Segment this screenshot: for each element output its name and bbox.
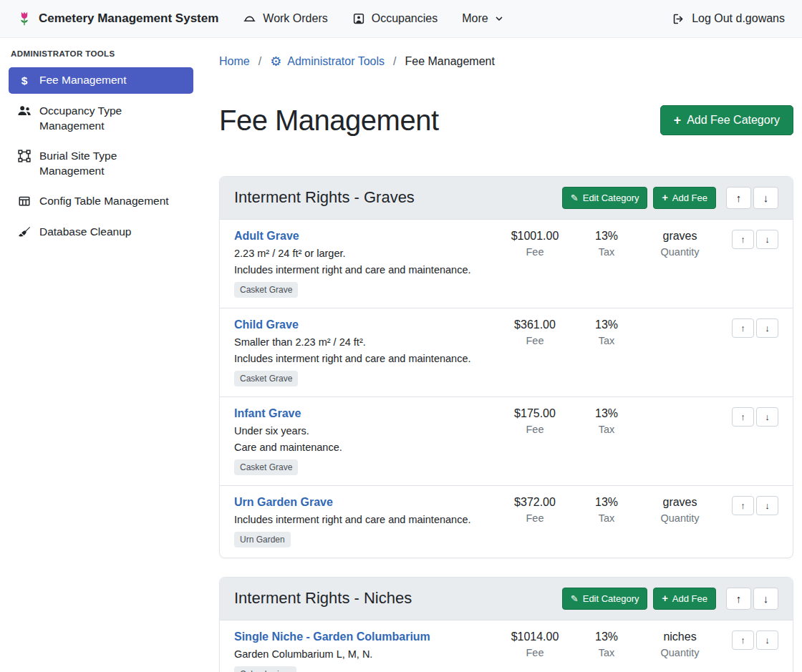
move-category-up-button[interactable]: ↑ bbox=[726, 187, 751, 209]
fee-amount-label: Fee bbox=[496, 647, 574, 658]
fee-name-link[interactable]: Urn Garden Grave bbox=[234, 496, 333, 508]
edit-category-label: Edit Category bbox=[583, 193, 639, 203]
sidebar-item-label: Database Cleanup bbox=[39, 225, 131, 239]
fee-description: Smaller than 2.23 m² / 24 ft². bbox=[234, 336, 496, 348]
move-fee-down-button[interactable]: ↓ bbox=[756, 230, 778, 249]
fee-amount-label: Fee bbox=[496, 246, 574, 258]
fee-row: Urn Garden Grave Includes interment righ… bbox=[220, 485, 793, 557]
move-category-down-button[interactable]: ↓ bbox=[753, 588, 778, 610]
fee-info: Infant Grave Under six years. Care and m… bbox=[234, 407, 496, 475]
category-actions: ✎ Edit Category + Add Fee ↑ ↓ bbox=[562, 588, 778, 610]
pencil-icon: ✎ bbox=[571, 594, 579, 603]
nav-more[interactable]: More bbox=[462, 12, 503, 25]
edit-category-button[interactable]: ✎ Edit Category bbox=[562, 588, 648, 610]
vector-square-icon bbox=[17, 150, 32, 162]
move-category-down-button[interactable]: ↓ bbox=[753, 187, 778, 209]
add-fee-label: Add Fee bbox=[672, 193, 707, 203]
sidebar-item-database-cleanup[interactable]: Database Cleanup bbox=[9, 219, 193, 245]
sidebar-item-burial-site-type-management[interactable]: Burial Site Type Management bbox=[9, 143, 193, 184]
nav-occupancies[interactable]: Occupancies bbox=[352, 12, 438, 25]
move-fee-down-button[interactable]: ↓ bbox=[756, 630, 778, 650]
move-fee-up-button[interactable]: ↑ bbox=[732, 230, 754, 249]
fee-description: Under six years. bbox=[234, 425, 496, 437]
sidebar-item-config-table-management[interactable]: Config Table Management bbox=[9, 188, 193, 214]
fee-reorder-group: ↑ ↓ bbox=[721, 318, 778, 338]
fee-info: Adult Grave 2.23 m² / 24 ft² or larger. … bbox=[234, 230, 496, 298]
fee-name-link[interactable]: Single Niche - Garden Columbarium bbox=[234, 630, 430, 643]
tax-column: 13% Tax bbox=[574, 318, 639, 346]
logout-link[interactable]: Log Out d.gowans bbox=[672, 12, 785, 26]
sidebar-item-label: Fee Management bbox=[39, 73, 127, 87]
sidebar-item-label: Config Table Management bbox=[39, 194, 169, 208]
table-icon bbox=[17, 195, 32, 208]
move-category-up-button[interactable]: ↑ bbox=[726, 588, 751, 610]
category-reorder-group: ↑ ↓ bbox=[726, 187, 778, 209]
fee-description: Includes interment right and care and ma… bbox=[234, 514, 496, 525]
fee-reorder-group: ↑ ↓ bbox=[721, 496, 778, 515]
fee-description: Care and maintenance. bbox=[234, 442, 496, 453]
quantity-column: niches Quantity bbox=[639, 630, 721, 658]
add-fee-category-label: Add Fee Category bbox=[687, 114, 780, 127]
edit-category-label: Edit Category bbox=[583, 593, 639, 604]
fee-description: Includes interment right and care and ma… bbox=[234, 264, 496, 276]
sidebar-item-occupancy-type-management[interactable]: Occupancy Type Management bbox=[9, 98, 193, 139]
breadcrumb-admin-tools-link[interactable]: ⚙ Administrator Tools bbox=[270, 55, 385, 68]
nav-more-label: More bbox=[462, 12, 488, 25]
logout-icon bbox=[672, 12, 685, 26]
move-fee-up-button[interactable]: ↑ bbox=[732, 318, 754, 338]
fee-description: Garden Columbarium L, M, N. bbox=[234, 648, 496, 660]
fee-name-link[interactable]: Infant Grave bbox=[234, 407, 301, 419]
quantity-value: graves bbox=[639, 230, 721, 243]
tax-value: 13% bbox=[574, 230, 639, 243]
fee-info: Child Grave Smaller than 2.23 m² / 24 ft… bbox=[234, 318, 496, 386]
arrow-down-icon: ↓ bbox=[765, 412, 770, 422]
add-fee-button[interactable]: + Add Fee bbox=[653, 588, 716, 610]
fee-row: Infant Grave Under six years. Care and m… bbox=[220, 396, 793, 485]
breadcrumb-home-link[interactable]: Home bbox=[219, 55, 250, 68]
tax-label: Tax bbox=[574, 335, 639, 346]
plus-icon: + bbox=[662, 193, 667, 203]
breadcrumb-separator: / bbox=[259, 55, 261, 68]
nav-work-orders[interactable]: Work Orders bbox=[243, 12, 327, 26]
person-frame-icon bbox=[352, 12, 365, 25]
fee-amount-label: Fee bbox=[496, 512, 574, 524]
move-fee-down-button[interactable]: ↓ bbox=[756, 407, 778, 427]
move-fee-up-button[interactable]: ↑ bbox=[732, 407, 754, 427]
arrow-up-icon: ↑ bbox=[740, 635, 745, 646]
category-card: Interment Rights - Graves ✎ Edit Categor… bbox=[219, 176, 793, 558]
arrow-up-icon: ↑ bbox=[736, 192, 742, 204]
move-fee-up-button[interactable]: ↑ bbox=[732, 496, 754, 515]
brand-label: Cemetery Management System bbox=[39, 11, 218, 26]
category-actions: ✎ Edit Category + Add Fee ↑ ↓ bbox=[562, 187, 778, 209]
category-title: Interment Rights - Niches bbox=[234, 589, 562, 608]
fee-amount: $372.00 bbox=[496, 496, 574, 509]
tax-value: 13% bbox=[574, 496, 639, 509]
chevron-down-icon bbox=[495, 14, 503, 23]
category-header: Interment Rights - Niches ✎ Edit Categor… bbox=[220, 578, 793, 620]
add-fee-button[interactable]: + Add Fee bbox=[653, 187, 716, 209]
sidebar-heading: ADMINISTRATOR TOOLS bbox=[11, 49, 191, 58]
sidebar-item-fee-management[interactable]: $ Fee Management bbox=[9, 67, 193, 94]
arrow-up-icon: ↑ bbox=[740, 412, 745, 422]
fee-name-link[interactable]: Adult Grave bbox=[234, 230, 299, 242]
fee-amount-label: Fee bbox=[496, 335, 574, 346]
fee-reorder-group: ↑ ↓ bbox=[721, 230, 778, 249]
fee-amount: $1014.00 bbox=[496, 630, 574, 643]
edit-category-button[interactable]: ✎ Edit Category bbox=[562, 187, 648, 209]
fee-row: Single Niche - Garden Columbarium Garden… bbox=[220, 620, 793, 672]
fee-type-badge: Casket Grave bbox=[234, 371, 298, 386]
move-fee-down-button[interactable]: ↓ bbox=[756, 496, 778, 515]
fee-amount-column: $1001.00 Fee bbox=[496, 230, 574, 258]
app-brand[interactable]: Cemetery Management System bbox=[17, 11, 218, 26]
hard-hat-icon bbox=[243, 12, 256, 26]
breadcrumb: Home / ⚙ Administrator Tools / Fee Manag… bbox=[219, 55, 793, 68]
plus-icon: + bbox=[662, 593, 667, 603]
fee-amount-column: $372.00 Fee bbox=[496, 496, 574, 524]
move-fee-down-button[interactable]: ↓ bbox=[756, 318, 778, 338]
users-icon bbox=[17, 104, 32, 117]
fee-name-link[interactable]: Child Grave bbox=[234, 318, 299, 331]
fee-description: Includes interment right and care and ma… bbox=[234, 353, 496, 364]
add-fee-category-button[interactable]: + Add Fee Category bbox=[660, 105, 793, 135]
move-fee-up-button[interactable]: ↑ bbox=[732, 630, 754, 650]
fee-reorder-group: ↑ ↓ bbox=[721, 407, 778, 427]
